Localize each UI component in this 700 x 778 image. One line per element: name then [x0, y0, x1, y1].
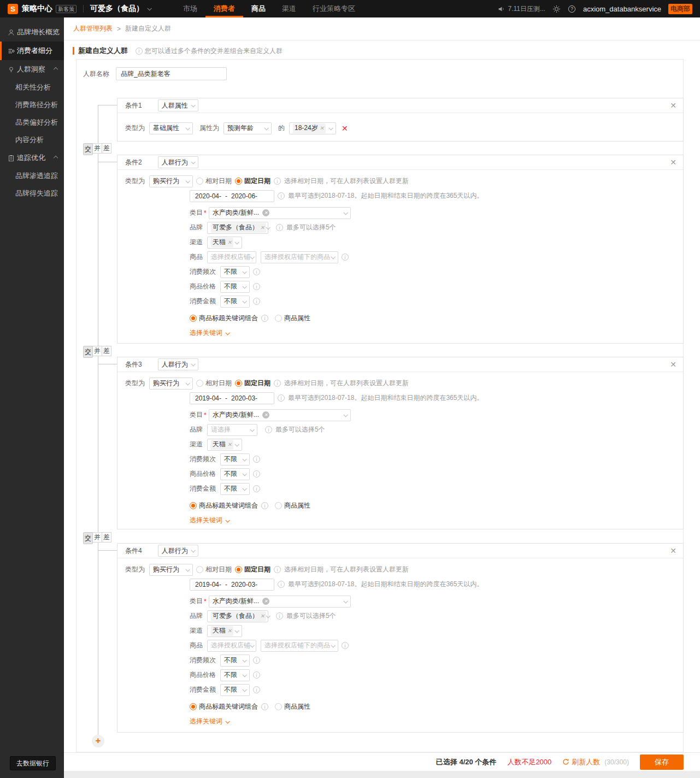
keyword-combo-radio[interactable] [190, 502, 197, 509]
close-icon[interactable] [670, 102, 677, 109]
intersect-button[interactable]: 交 [83, 143, 93, 155]
amount-select[interactable]: 不限 [220, 296, 250, 308]
amount-select[interactable]: 不限 [220, 483, 250, 495]
sidebar-item-brand-gain-loss[interactable]: 品牌得失追踪 [0, 185, 64, 202]
category-select[interactable]: 水产肉类/新鲜... [209, 596, 351, 608]
radio-label[interactable]: 相对日期 [205, 176, 232, 186]
price-select[interactable]: 不限 [220, 468, 250, 480]
condition-type-select[interactable]: 人群行为 [158, 358, 198, 370]
shop-item-select[interactable]: 选择授权店铺下的商品 [261, 640, 338, 652]
select-keyword-link[interactable]: 选择关键词 [190, 516, 229, 525]
select-keyword-link[interactable]: 选择关键词 [190, 717, 229, 726]
product-attr-radio[interactable] [275, 703, 282, 710]
union-button[interactable]: 并 [92, 532, 102, 543]
username[interactable]: acxiom_databankservice [583, 5, 661, 13]
date-range-input[interactable]: 2020-04- - 2020-06- [190, 190, 274, 202]
radio-label[interactable]: 固定日期 [244, 176, 270, 186]
add-condition-button[interactable] [92, 735, 104, 747]
fixed-date-radio[interactable] [235, 380, 242, 387]
product-attr-radio[interactable] [275, 315, 282, 322]
shop-select[interactable]: 选择授权店铺 [207, 640, 256, 652]
remove-tag-icon[interactable] [227, 441, 232, 447]
behavior-type-select[interactable]: 购买行为 [149, 378, 193, 390]
audience-name-input[interactable] [116, 67, 227, 80]
category-select[interactable]: 水产肉类/新鲜... [209, 207, 351, 219]
sidebar-item-audience-insight[interactable]: 人群洞察 [0, 60, 64, 79]
diff-button[interactable]: 差 [102, 143, 111, 154]
radio-label[interactable]: 固定日期 [244, 565, 270, 574]
diff-button[interactable]: 差 [102, 346, 111, 356]
diff-button[interactable]: 差 [102, 532, 111, 543]
sidebar-item-brand-penetration[interactable]: 品牌渗透追踪 [0, 167, 64, 185]
radio-label[interactable]: 商品属性 [284, 314, 310, 323]
remove-row-icon[interactable] [342, 124, 348, 133]
brand-select[interactable]: 请选择 [207, 424, 257, 436]
intersect-button[interactable]: 交 [83, 532, 93, 544]
relative-date-radio[interactable] [196, 380, 203, 387]
base-type-select[interactable]: 基础属性 [149, 122, 193, 134]
tab-consumer[interactable]: 消费者 [205, 0, 243, 17]
radio-label[interactable]: 相对日期 [205, 379, 232, 388]
channel-select[interactable]: 天猫 [207, 237, 242, 249]
condition-type-select[interactable]: 人群行为 [158, 545, 198, 557]
frequency-select[interactable]: 不限 [220, 655, 250, 667]
union-button[interactable]: 并 [92, 346, 102, 356]
product-attr-radio[interactable] [275, 502, 282, 509]
remove-tag-icon[interactable] [227, 239, 232, 245]
shop-item-select[interactable]: 选择授权店铺下的商品 [261, 251, 338, 263]
fixed-date-radio[interactable] [235, 178, 242, 185]
amount-select[interactable]: 不限 [220, 684, 250, 696]
keyword-combo-radio[interactable] [190, 315, 197, 322]
radio-label[interactable]: 商品标题关键词组合 [199, 314, 258, 323]
announcement[interactable]: 7.11日压测... [498, 4, 545, 14]
tab-channel[interactable]: 渠道 [274, 0, 304, 17]
close-icon[interactable] [670, 158, 677, 166]
frequency-select[interactable]: 不限 [220, 266, 250, 278]
remove-tag-icon[interactable] [227, 628, 232, 634]
tab-market[interactable]: 市场 [175, 0, 205, 17]
sidebar-item-purchase-path-analysis[interactable]: 消费路径分析 [0, 96, 64, 114]
attribute-value-select[interactable]: 18-24岁 [289, 122, 336, 134]
union-button[interactable]: 并 [92, 143, 102, 154]
clear-icon[interactable] [262, 598, 269, 605]
radio-label[interactable]: 商品属性 [284, 702, 310, 711]
price-select[interactable]: 不限 [220, 669, 250, 681]
radio-label[interactable]: 相对日期 [205, 565, 232, 574]
clear-icon[interactable] [262, 411, 269, 419]
radio-label[interactable]: 商品标题关键词组合 [199, 501, 258, 510]
sidebar-item-correlation-analysis[interactable]: 相关性分析 [0, 79, 64, 96]
tab-industry-strategy[interactable]: 行业策略专区 [304, 0, 363, 17]
close-icon[interactable] [670, 547, 677, 555]
attribute-select[interactable]: 预测年龄 [223, 122, 272, 134]
sidebar-item-tracking-optimization[interactable]: 追踪优化 [0, 149, 64, 167]
brand-select[interactable]: 可爱多（食品） [207, 222, 268, 234]
close-icon[interactable] [670, 361, 677, 368]
gear-icon[interactable] [552, 5, 561, 13]
behavior-type-select[interactable]: 购买行为 [149, 175, 193, 187]
keyword-combo-radio[interactable] [190, 703, 197, 710]
remove-tag-icon[interactable] [260, 613, 264, 619]
sidebar-item-brand-growth[interactable]: 品牌增长概览 [0, 23, 64, 42]
breadcrumb-parent[interactable]: 人群管理列表 [73, 24, 113, 33]
remove-tag-icon[interactable] [320, 125, 324, 131]
sidebar-item-content-analysis[interactable]: 内容分析 [0, 131, 64, 149]
go-databank-button[interactable]: 去数据银行 [10, 756, 56, 770]
remove-tag-icon[interactable] [260, 225, 264, 231]
radio-label[interactable]: 固定日期 [244, 379, 270, 388]
condition-type-select[interactable]: 人群属性 [158, 99, 198, 111]
radio-label[interactable]: 商品属性 [284, 501, 310, 510]
intersect-button[interactable]: 交 [83, 346, 93, 358]
help-icon[interactable]: ? [568, 5, 576, 13]
condition-type-select[interactable]: 人群行为 [158, 156, 198, 168]
relative-date-radio[interactable] [196, 566, 203, 573]
save-button[interactable]: 保存 [640, 755, 684, 770]
date-range-input[interactable]: 2019-04- - 2020-03- [190, 579, 274, 591]
channel-select[interactable]: 天猫 [207, 439, 242, 451]
date-range-input[interactable]: 2019-04- - 2020-03- [190, 392, 274, 404]
channel-select[interactable]: 天猫 [207, 625, 242, 637]
relative-date-radio[interactable] [196, 178, 203, 185]
select-keyword-link[interactable]: 选择关键词 [190, 328, 229, 338]
brand-select[interactable]: 可爱多（食品） [207, 610, 268, 622]
fixed-date-radio[interactable] [235, 566, 242, 573]
clear-icon[interactable] [262, 209, 269, 216]
